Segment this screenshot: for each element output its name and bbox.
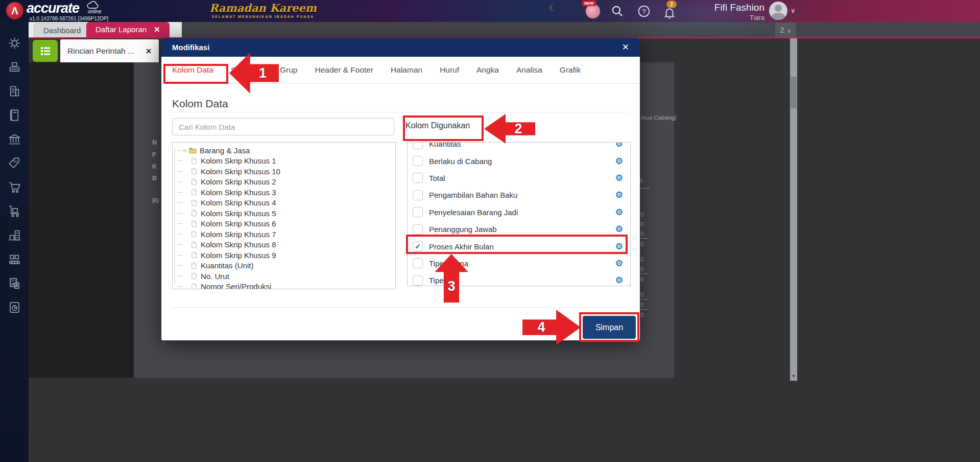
tax-document-icon[interactable]: TAX [8,276,21,290]
used-column-row[interactable]: Pengambilan Bahan Baku⚙ [408,187,630,203]
column-settings-gear-icon[interactable]: ⚙ [615,275,623,286]
bank-icon[interactable] [8,132,21,146]
modal-tab-halaman[interactable]: Halaman [391,65,422,75]
svg-text:TAX: TAX [10,279,16,282]
price-tag-rp-icon[interactable]: Rp [8,156,21,170]
used-column-row[interactable]: Kuantitas⚙ [408,142,630,152]
column-settings-gear-icon[interactable]: ⚙ [615,224,623,235]
column-settings-gear-icon[interactable]: ⚙ [615,142,623,149]
expand-caret-icon[interactable]: ▷ [184,148,187,153]
divider [172,307,629,308]
settings-gear-icon[interactable] [8,36,21,50]
accurate-logo-icon[interactable]: Λ [6,2,23,19]
logo-wordmark: accurate [27,1,79,16]
modal-tab-grafik[interactable]: Grafik [560,65,581,75]
file-icon [190,241,198,248]
tree-item-label: Kolom Skrip Khusus 2 [201,177,276,186]
tree-item[interactable]: ▷Barang & Jasa [178,145,395,156]
column-settings-gear-icon[interactable]: ⚙ [615,156,623,167]
modal-tab-angka[interactable]: Angka [476,65,499,75]
svg-text:Rp: Rp [13,159,17,164]
modal-tab-huruf[interactable]: Huruf [440,65,459,75]
list-icon [39,45,52,57]
tree-item[interactable]: Kolom Skrip Khusus 6 [178,219,395,229]
close-icon[interactable]: ✕ [622,42,629,53]
close-tab-icon[interactable]: ✕ [146,47,152,55]
app-version: v1.0.1#3788-587261 [3499P12DP] [30,16,108,21]
search-input[interactable] [172,118,394,135]
checkbox[interactable] [413,275,423,286]
report-text-fragment: K [152,163,157,170]
report-chart-icon[interactable] [8,301,21,314]
help-icon[interactable]: ? [637,5,651,18]
tree-item[interactable]: Kolom Skrip Khusus 5 [178,208,395,219]
checkbox[interactable] [413,142,423,149]
used-column-row[interactable]: Total⚙ [408,170,630,187]
column-settings-gear-icon[interactable]: ⚙ [615,190,623,200]
user-block[interactable]: Fifi Fashion Tiara [714,2,764,21]
notification-count-badge: 2 [666,1,677,8]
company-building-icon[interactable] [8,84,21,98]
tree-guide-stub [178,265,183,266]
tab-rincian-perintah[interactable]: Rincian Perintah ... ✕ [60,39,159,62]
file-icon [190,272,198,280]
scrollbar-down-icon[interactable]: ▼ [790,372,797,381]
svg-text:?: ? [642,8,646,15]
used-column-row[interactable]: Tipe⚙ [408,272,630,286]
tree-item[interactable]: Kolom Skrip Khusus 2 [178,177,395,188]
delivery-trolley-icon[interactable] [8,204,21,218]
report-number: 0 [640,312,648,319]
checkbox[interactable] [413,173,423,183]
avatar[interactable] [769,2,787,20]
scrollbar-thumb[interactable] [791,77,797,108]
report-text-fragment: Ri [152,197,159,204]
column-settings-gear-icon[interactable]: ⚙ [615,258,623,269]
chevron-down-icon[interactable]: ∨ [791,7,796,14]
tree-item[interactable]: No. Urut [178,271,395,282]
modal-tab-grup[interactable]: Grup [280,65,297,75]
checkbox[interactable] [413,190,423,200]
tree-guide-stub [178,223,183,224]
cash-register-icon[interactable] [8,60,21,74]
search-icon[interactable] [611,5,624,18]
used-column-row[interactable]: Berlaku di Cabang⚙ [408,152,630,169]
column-settings-gear-icon[interactable]: ⚙ [615,173,623,183]
checkbox[interactable] [413,207,423,217]
checkbox[interactable] [413,224,423,235]
journal-book-icon[interactable] [8,108,21,122]
report-list-button[interactable] [33,40,58,62]
checkbox[interactable] [413,258,423,268]
tree-item[interactable]: Kuantitas (Unit) [178,261,395,271]
modal-tab-header-footer[interactable]: Header & Footer [315,65,374,75]
tree-item[interactable]: Kolom Skrip Khusus 7 [178,229,395,240]
tree-item-label: Kolom Skrip Khusus 6 [201,219,276,228]
tab-daftar-laporan[interactable]: Daftar Laporan✕ [86,22,170,37]
used-column-row[interactable]: Penyelesaian Barang Jadi⚙ [408,204,630,221]
used-column-label: Penanggung Jawab [429,225,497,234]
modal-tab-analisa[interactable]: Analisa [516,65,542,75]
tree-item[interactable]: Nomor Seri/Produksi [178,282,395,290]
annotation-box-kolom-data [163,64,228,84]
tree-guide-stub [178,202,183,203]
notification-bell-icon[interactable] [663,6,676,19]
page-scrollbar[interactable]: ▼ [790,38,797,381]
tree-item[interactable]: Kolom Skrip Khusus 3 [178,187,395,198]
production-conveyor-icon[interactable] [8,252,21,266]
file-icon [190,178,198,186]
tree-item[interactable]: Kolom Skrip Khusus 10 [178,166,395,177]
file-icon [190,230,198,238]
close-tab-icon[interactable]: ✕ [154,25,160,34]
tab-dashboard[interactable]: Dashboard [34,23,90,37]
report-number: 0 [640,266,648,274]
shopping-cart-icon[interactable] [8,180,21,194]
tree-item[interactable]: Kolom Skrip Khusus 1 [178,156,395,167]
tree-item[interactable]: Kolom Skrip Khusus 9 [178,250,395,261]
tree-item[interactable]: Kolom Skrip Khusus 4 [178,198,395,209]
tree-item-label: Kolom Skrip Khusus 7 [201,230,276,239]
fixed-asset-building-icon[interactable] [8,228,21,242]
checkbox[interactable] [413,156,423,166]
column-settings-gear-icon[interactable]: ⚙ [615,207,623,218]
tree-item[interactable]: Kolom Skrip Khusus 8 [178,240,395,250]
module-sidebar: RpTAX [0,22,29,462]
file-icon [190,262,198,269]
